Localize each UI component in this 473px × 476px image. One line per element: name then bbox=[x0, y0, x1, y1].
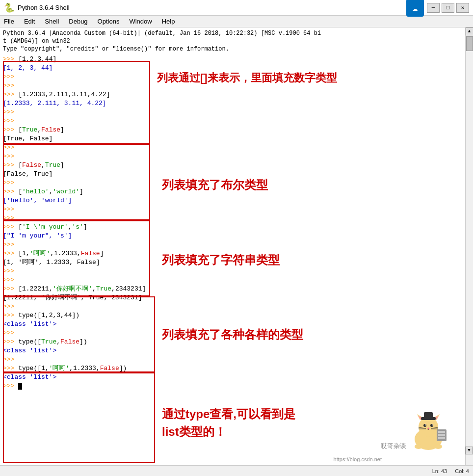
svg-point-8 bbox=[425, 424, 426, 425]
code-box-mixed bbox=[3, 296, 155, 372]
menu-file[interactable]: File bbox=[2, 18, 16, 25]
menu-help[interactable]: Help bbox=[160, 18, 177, 25]
annotation-bool: 列表填充了布尔类型 bbox=[162, 177, 268, 193]
code-box-numbers bbox=[3, 61, 150, 144]
status-col: Col: 4 bbox=[455, 468, 469, 474]
svg-point-17 bbox=[415, 444, 422, 449]
annotation-numbers: 列表通过[]来表示，里面填充数字类型 bbox=[157, 71, 337, 85]
shell-content[interactable]: Python 3.6.4 |Anaconda Custom (64-bit)| … bbox=[0, 27, 465, 465]
code-box-bool bbox=[3, 144, 150, 220]
svg-point-9 bbox=[432, 424, 433, 425]
menu-debug[interactable]: Debug bbox=[67, 18, 89, 25]
header-line-3: Type "copyright", "credits" or "license(… bbox=[3, 45, 462, 53]
scroll-down-button[interactable]: ▼ bbox=[465, 447, 473, 454]
shell-container: Python 3.6.4 |Anaconda Custom (64-bit)| … bbox=[0, 27, 473, 465]
watermark: 哎哥杂谈 bbox=[381, 442, 406, 450]
svg-rect-22 bbox=[438, 437, 445, 439]
svg-point-7 bbox=[430, 424, 433, 427]
scrollbar[interactable]: ▲ ▼ bbox=[465, 27, 473, 465]
annotation-type: 通过type查看,可以看到是list类型的！ bbox=[162, 405, 295, 441]
python-icon: 🐍 bbox=[4, 2, 15, 13]
window-controls[interactable]: ─ □ ✕ bbox=[427, 3, 469, 13]
svg-rect-20 bbox=[438, 431, 445, 433]
title-bar: 🐍 Python 3.6.4 Shell ☁ ─ □ ✕ bbox=[0, 0, 473, 16]
code-box-string bbox=[3, 220, 150, 296]
scroll-thumb[interactable] bbox=[466, 36, 473, 51]
title-bar-left: 🐍 Python 3.6.4 Shell bbox=[4, 2, 70, 13]
header-line-1: Python 3.6.4 |Anaconda Custom (64-bit)| … bbox=[3, 29, 462, 37]
url-bar: https://blog.csdn.net bbox=[334, 456, 382, 462]
cloud-icon: ☁ bbox=[406, 0, 424, 17]
scroll-up-button[interactable]: ▲ bbox=[466, 27, 473, 35]
svg-point-6 bbox=[423, 424, 426, 427]
window-title: Python 3.6.4 Shell bbox=[18, 4, 70, 11]
menu-window[interactable]: Window bbox=[127, 18, 154, 25]
minimize-button[interactable]: ─ bbox=[427, 3, 440, 13]
cat-mascot bbox=[406, 412, 450, 451]
status-line: Ln: 43 bbox=[432, 468, 447, 474]
status-bar: Ln: 43 Col: 4 bbox=[0, 465, 473, 476]
svg-rect-21 bbox=[438, 434, 445, 436]
header-line-2: t (AMD64)] on win32 bbox=[3, 37, 462, 45]
menu-shell[interactable]: Shell bbox=[43, 18, 61, 25]
svg-point-18 bbox=[434, 444, 442, 449]
maximize-button[interactable]: □ bbox=[442, 3, 454, 13]
close-button[interactable]: ✕ bbox=[456, 3, 469, 13]
code-box-type bbox=[3, 372, 155, 463]
annotation-mixed: 列表填充了各种各样的类型 bbox=[162, 327, 303, 343]
menu-edit[interactable]: Edit bbox=[22, 18, 37, 25]
menu-options[interactable]: Options bbox=[96, 18, 122, 25]
annotation-string: 列表填充了字符串类型 bbox=[162, 252, 280, 268]
svg-rect-16 bbox=[424, 412, 433, 418]
menu-bar: File Edit Shell Debug Options Window Hel… bbox=[0, 16, 473, 27]
